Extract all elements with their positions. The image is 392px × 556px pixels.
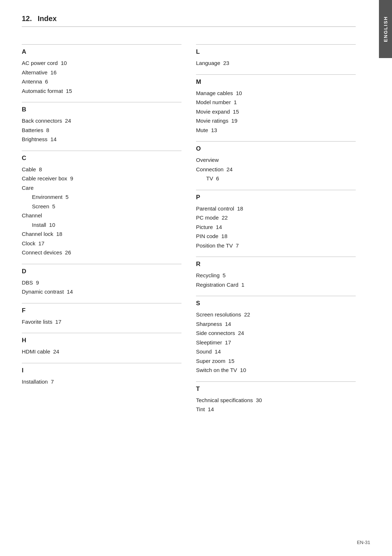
index-entry: Sleeptimer 17 xyxy=(196,338,356,347)
entry-text: Brightness xyxy=(22,136,48,142)
entry-text: Back connectors xyxy=(22,118,62,124)
index-entry: Dynamic contrast 14 xyxy=(22,287,181,297)
entry-text: Movie ratings xyxy=(196,118,228,124)
entry-text: Antenna xyxy=(22,78,42,85)
entry-text: Picture xyxy=(196,224,213,230)
entry-text: Channel lock xyxy=(22,231,53,237)
entry-text: Registration Card xyxy=(196,282,238,288)
entry-page: 18 xyxy=(220,233,228,239)
entry-page: 15 xyxy=(64,88,72,94)
entry-text: Connect devices xyxy=(22,249,62,255)
index-columns: AAC power cord 10Alternative 16Antenna 6… xyxy=(22,38,356,414)
entry-page: 22 xyxy=(220,214,228,221)
entry-text: Overview xyxy=(196,157,219,163)
footer: EN-31 xyxy=(357,540,370,545)
entry-page: 9 xyxy=(34,279,39,286)
page-container: ENGLISH 12.Index AAC power cord 10Altern… xyxy=(0,0,392,556)
entry-page: 16 xyxy=(49,69,57,75)
index-entry: Automatic format 15 xyxy=(22,86,181,96)
index-entry: Model number 1 xyxy=(196,98,356,107)
entry-page: 23 xyxy=(222,60,229,66)
entry-text: Manage cables xyxy=(196,90,233,96)
index-entry: Sound 14 xyxy=(196,347,356,356)
section-letter: R xyxy=(196,261,356,268)
entry-page: 14 xyxy=(65,289,73,295)
section-letter: T xyxy=(196,385,356,393)
index-entry: Picture 14 xyxy=(196,222,356,232)
entry-page: 7 xyxy=(234,242,239,249)
index-entry: PIN code 18 xyxy=(196,232,356,241)
left-column: AAC power cord 10Alternative 16Antenna 6… xyxy=(22,38,181,414)
entry-page: 17 xyxy=(54,319,61,325)
entry-text: Batteries xyxy=(22,127,43,133)
entry-page: 24 xyxy=(237,330,244,336)
section-divider xyxy=(22,264,181,264)
entry-text: Channel xyxy=(22,212,42,218)
entry-page: 6 xyxy=(44,78,48,85)
index-entry: Batteries 8 xyxy=(22,126,181,135)
index-entry: Technical specifications 30 xyxy=(196,396,356,405)
entry-page: 18 xyxy=(236,205,243,212)
entry-text: Mute xyxy=(196,127,208,133)
entry-text: Automatic format xyxy=(22,88,63,94)
entry-text: Recycling xyxy=(196,272,220,278)
entry-text: Care xyxy=(22,185,34,191)
entry-page: 15 xyxy=(227,358,234,364)
section-divider xyxy=(22,363,181,363)
entry-text: PC mode xyxy=(196,214,219,221)
entry-page: 22 xyxy=(242,311,250,318)
index-entry: Movie ratings 19 xyxy=(196,116,356,126)
section-letter: B xyxy=(22,106,181,113)
index-entry: Recycling 5 xyxy=(196,271,356,280)
index-entry: Super zoom 15 xyxy=(196,356,356,366)
entry-text: TV xyxy=(206,175,213,181)
entry-page: 17 xyxy=(37,240,45,246)
entry-page: 15 xyxy=(231,109,239,115)
index-entry: Care xyxy=(22,183,181,193)
index-entry: TV 6 xyxy=(196,174,356,183)
section-divider xyxy=(22,333,181,333)
entry-text: Cable receiver box xyxy=(22,175,67,181)
index-entry: Sharpness 14 xyxy=(196,319,356,329)
index-entry: Channel lock 18 xyxy=(22,229,181,239)
section-divider xyxy=(22,102,181,102)
section-letter: P xyxy=(196,194,356,201)
entry-page: 10 xyxy=(48,222,55,228)
entry-page: 24 xyxy=(52,348,59,355)
entry-text: PIN code xyxy=(196,233,219,239)
entry-text: Language xyxy=(196,60,220,66)
section-divider xyxy=(196,44,356,45)
entry-text: Screen xyxy=(32,203,49,209)
section-letter: M xyxy=(196,78,356,86)
entry-text: Install xyxy=(32,222,46,228)
entry-text: Sharpness xyxy=(196,321,222,327)
entry-text: Movie expand xyxy=(196,109,230,115)
entry-text: AC power cord xyxy=(22,60,58,66)
section-letter: A xyxy=(22,48,181,56)
entry-text: Cable xyxy=(22,166,36,172)
entry-text: Super zoom xyxy=(196,358,225,364)
index-entry: Install 10 xyxy=(22,220,181,230)
entry-page: 10 xyxy=(234,90,242,96)
entry-text: Environment xyxy=(32,194,62,200)
section-divider xyxy=(196,381,356,382)
entry-text: Installation xyxy=(22,379,48,385)
title-text: Index xyxy=(38,15,57,23)
index-entry: Cable 8 xyxy=(22,165,181,174)
section-divider xyxy=(22,44,181,45)
entry-page: 5 xyxy=(64,194,69,200)
entry-page: 24 xyxy=(225,166,233,172)
index-entry: HDMI cable 24 xyxy=(22,347,181,356)
index-entry: Side connectors 24 xyxy=(196,328,356,338)
index-entry: Position the TV 7 xyxy=(196,241,356,250)
index-entry: Registration Card 1 xyxy=(196,280,356,290)
index-entry: Environment 5 xyxy=(22,192,181,202)
entry-text: Favorite lists xyxy=(22,319,52,325)
index-entry: Brightness 14 xyxy=(22,135,181,144)
section-divider xyxy=(22,151,181,151)
section-divider xyxy=(196,296,356,296)
entry-page: 5 xyxy=(221,272,226,278)
entry-text: Technical specifications xyxy=(196,397,253,403)
entry-text: Tint xyxy=(196,406,205,412)
index-entry: DBS 9 xyxy=(22,278,181,287)
